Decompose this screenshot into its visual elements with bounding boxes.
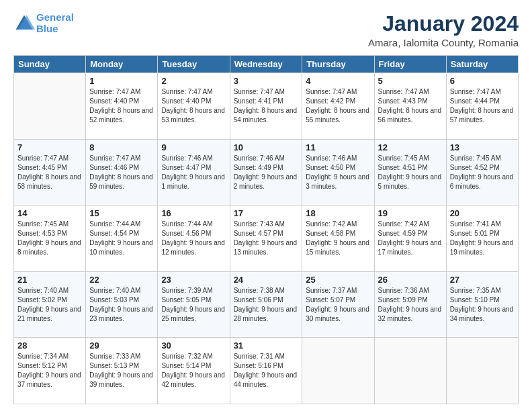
day-number: 16 [161,208,226,218]
sunset-text: Sunset: 5:07 PM [306,295,370,305]
col-monday: Monday [86,56,158,73]
table-row: 12Sunrise: 7:45 AMSunset: 4:51 PMDayligh… [374,139,446,205]
day-info: Sunrise: 7:47 AMSunset: 4:42 PMDaylight:… [306,87,370,125]
day-info: Sunrise: 7:40 AMSunset: 5:03 PMDaylight:… [89,286,154,324]
day-info: Sunrise: 7:32 AMSunset: 5:14 PMDaylight:… [161,352,226,390]
day-info: Sunrise: 7:38 AMSunset: 5:06 PMDaylight:… [234,286,299,324]
daylight-text: Daylight: 9 hours and 13 minutes. [234,238,299,257]
table-row: 8Sunrise: 7:47 AMSunset: 4:46 PMDaylight… [86,139,158,205]
day-number: 7 [17,142,82,152]
day-number: 17 [234,208,299,218]
daylight-text: Daylight: 9 hours and 42 minutes. [161,371,226,390]
calendar-week-row: 14Sunrise: 7:45 AMSunset: 4:53 PMDayligh… [14,205,519,272]
sunrise-text: Sunrise: 7:36 AM [378,286,443,295]
table-row: 18Sunrise: 7:42 AMSunset: 4:58 PMDayligh… [302,205,374,272]
sunrise-text: Sunrise: 7:47 AM [89,87,154,97]
sunrise-text: Sunrise: 7:47 AM [17,154,82,163]
daylight-text: Daylight: 9 hours and 32 minutes. [378,305,443,324]
daylight-text: Daylight: 9 hours and 3 minutes. [306,173,370,191]
daylight-text: Daylight: 8 hours and 52 minutes. [89,106,154,125]
sunset-text: Sunset: 4:42 PM [306,97,370,106]
day-number: 10 [234,142,299,152]
day-info: Sunrise: 7:35 AMSunset: 5:10 PMDaylight:… [450,286,515,324]
daylight-text: Daylight: 9 hours and 39 minutes. [89,371,154,390]
sunrise-text: Sunrise: 7:43 AM [234,220,299,229]
sunrise-text: Sunrise: 7:47 AM [89,154,154,163]
daylight-text: Daylight: 9 hours and 34 minutes. [450,305,515,324]
sunset-text: Sunset: 5:02 PM [17,295,82,305]
daylight-text: Daylight: 8 hours and 58 minutes. [17,173,82,191]
day-info: Sunrise: 7:41 AMSunset: 5:01 PMDaylight:… [450,220,515,257]
day-info: Sunrise: 7:47 AMSunset: 4:44 PMDaylight:… [450,87,515,125]
table-row: 5Sunrise: 7:47 AMSunset: 4:43 PMDaylight… [374,73,446,140]
day-info: Sunrise: 7:46 AMSunset: 4:49 PMDaylight:… [234,154,299,191]
daylight-text: Daylight: 8 hours and 55 minutes. [306,106,370,125]
calendar-header-row: Sunday Monday Tuesday Wednesday Thursday… [14,56,519,73]
title-block: January 2024 Amara, Ialomita County, Rom… [368,12,519,48]
table-row: 24Sunrise: 7:38 AMSunset: 5:06 PMDayligh… [230,271,302,338]
day-info: Sunrise: 7:34 AMSunset: 5:12 PMDaylight:… [17,352,82,390]
day-number: 22 [89,275,154,285]
daylight-text: Daylight: 9 hours and 17 minutes. [378,238,443,257]
daylight-text: Daylight: 8 hours and 53 minutes. [161,106,226,125]
sunset-text: Sunset: 4:44 PM [450,97,515,106]
sunrise-text: Sunrise: 7:38 AM [234,286,299,295]
table-row [374,338,446,404]
sunset-text: Sunset: 4:53 PM [17,229,82,238]
sunset-text: Sunset: 4:47 PM [161,163,226,173]
day-info: Sunrise: 7:47 AMSunset: 4:43 PMDaylight:… [378,87,443,125]
calendar-week-row: 1Sunrise: 7:47 AMSunset: 4:40 PMDaylight… [14,73,519,140]
col-tuesday: Tuesday [158,56,230,73]
calendar-week-row: 7Sunrise: 7:47 AMSunset: 4:45 PMDaylight… [14,139,519,205]
table-row: 27Sunrise: 7:35 AMSunset: 5:10 PMDayligh… [446,271,518,338]
sunset-text: Sunset: 5:12 PM [17,361,82,371]
calendar-week-row: 21Sunrise: 7:40 AMSunset: 5:02 PMDayligh… [14,271,519,338]
table-row: 19Sunrise: 7:42 AMSunset: 4:59 PMDayligh… [374,205,446,272]
day-number: 31 [234,340,299,351]
daylight-text: Daylight: 9 hours and 44 minutes. [234,371,299,390]
day-number: 11 [306,142,370,152]
calendar-week-row: 28Sunrise: 7:34 AMSunset: 5:12 PMDayligh… [14,338,519,404]
daylight-text: Daylight: 9 hours and 28 minutes. [234,305,299,324]
sunset-text: Sunset: 4:43 PM [378,97,443,106]
sunset-text: Sunset: 5:01 PM [450,229,515,238]
daylight-text: Daylight: 8 hours and 54 minutes. [234,106,299,125]
sunrise-text: Sunrise: 7:45 AM [378,154,443,163]
main-title: January 2024 [368,12,519,36]
day-info: Sunrise: 7:47 AMSunset: 4:41 PMDaylight:… [234,87,299,125]
day-info: Sunrise: 7:44 AMSunset: 4:56 PMDaylight:… [161,220,226,257]
daylight-text: Daylight: 8 hours and 56 minutes. [378,106,443,125]
table-row: 1Sunrise: 7:47 AMSunset: 4:40 PMDaylight… [86,73,158,140]
day-number: 14 [17,208,82,218]
table-row: 2Sunrise: 7:47 AMSunset: 4:40 PMDaylight… [158,73,230,140]
daylight-text: Daylight: 9 hours and 15 minutes. [306,238,370,257]
sunset-text: Sunset: 4:40 PM [161,97,226,106]
col-saturday: Saturday [446,56,518,73]
sunrise-text: Sunrise: 7:44 AM [161,220,226,229]
table-row: 29Sunrise: 7:33 AMSunset: 5:13 PMDayligh… [86,338,158,404]
sunset-text: Sunset: 5:05 PM [161,295,226,305]
sunset-text: Sunset: 4:59 PM [378,229,443,238]
day-number: 29 [89,340,154,351]
sunset-text: Sunset: 4:50 PM [306,163,370,173]
sunrise-text: Sunrise: 7:46 AM [234,154,299,163]
day-number: 27 [450,275,515,285]
sunrise-text: Sunrise: 7:45 AM [17,220,82,229]
daylight-text: Daylight: 9 hours and 19 minutes. [450,238,515,257]
sunrise-text: Sunrise: 7:46 AM [161,154,226,163]
sunset-text: Sunset: 4:40 PM [89,97,154,106]
daylight-text: Daylight: 9 hours and 23 minutes. [89,305,154,324]
day-info: Sunrise: 7:46 AMSunset: 4:47 PMDaylight:… [161,154,226,191]
table-row: 22Sunrise: 7:40 AMSunset: 5:03 PMDayligh… [86,271,158,338]
logo-line2: Blue [36,23,58,34]
day-info: Sunrise: 7:47 AMSunset: 4:45 PMDaylight:… [17,154,82,191]
sunrise-text: Sunrise: 7:32 AM [161,352,226,361]
day-info: Sunrise: 7:47 AMSunset: 4:46 PMDaylight:… [89,154,154,191]
day-info: Sunrise: 7:42 AMSunset: 4:58 PMDaylight:… [306,220,370,257]
sunset-text: Sunset: 4:58 PM [306,229,370,238]
sunrise-text: Sunrise: 7:47 AM [306,87,370,97]
day-info: Sunrise: 7:40 AMSunset: 5:02 PMDaylight:… [17,286,82,324]
day-info: Sunrise: 7:47 AMSunset: 4:40 PMDaylight:… [161,87,226,125]
table-row: 17Sunrise: 7:43 AMSunset: 4:57 PMDayligh… [230,205,302,272]
header: General Blue January 2024 Amara, Ialomit… [13,12,519,48]
